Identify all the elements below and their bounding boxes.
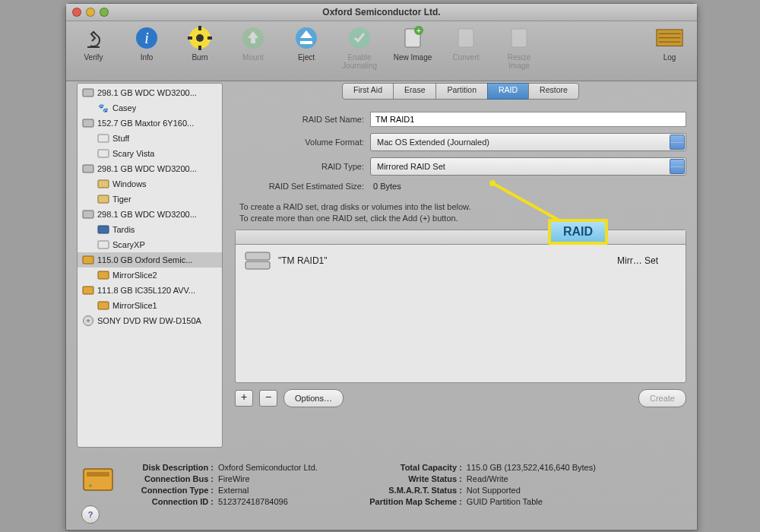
svg-rect-33 <box>98 302 109 309</box>
volume-icon <box>97 239 109 251</box>
convert-icon <box>452 24 480 52</box>
drive-icon <box>82 254 94 266</box>
raid-type-field: RAID Type: Mirrored RAID Set <box>235 157 686 176</box>
sidebar-volume[interactable]: Tiger <box>78 192 222 207</box>
toolbar-verify-button[interactable]: Verify <box>72 24 115 62</box>
toolbar-new-image-button[interactable]: + New Image <box>391 24 434 62</box>
toolbar-info-button[interactable]: i Info <box>125 24 168 62</box>
toolbar: Verify i Info Burn Mount Eject Enable Jo… <box>66 21 697 81</box>
svg-point-3 <box>196 34 204 42</box>
volume-icon <box>97 223 109 236</box>
toolbar-log-button[interactable]: Log <box>648 24 691 62</box>
svg-rect-31 <box>98 271 109 279</box>
info-footer: Disk Description :Oxford Semiconductor L… <box>77 458 686 522</box>
microscope-icon <box>80 24 107 52</box>
field-label: Volume Format: <box>235 138 370 147</box>
tab-restore[interactable]: Restore <box>528 83 579 100</box>
burn-icon <box>186 24 214 52</box>
svg-point-35 <box>87 319 90 322</box>
sidebar-volume[interactable]: 🐾Casey <box>78 100 222 116</box>
sidebar-drive[interactable]: 152.7 GB Maxtor 6Y160... <box>78 116 222 131</box>
optical-drive-icon <box>82 315 94 327</box>
help-button[interactable]: ? <box>81 505 100 524</box>
sidebar-volume[interactable]: ScaryXP <box>78 237 222 252</box>
field-label: RAID Type: <box>235 162 370 171</box>
window-title: Oxford Semiconductor Ltd. <box>66 7 697 17</box>
volume-icon <box>97 147 109 160</box>
volume-format-select[interactable]: Mac OS Extended (Journaled) <box>370 133 686 151</box>
stepper-icon <box>670 135 685 150</box>
toolbar-resize-image-button[interactable]: Resize Image <box>498 24 540 70</box>
raid-set-name-input[interactable] <box>370 112 686 127</box>
tab-bar: First Aid Erase Partition RAID Restore <box>235 83 686 100</box>
sidebar-volume[interactable]: MirrorSlice2 <box>78 268 222 283</box>
sidebar-drive[interactable]: 298.1 GB WDC WD3200... <box>78 85 222 100</box>
toolbar-mount-button[interactable]: Mount <box>232 24 274 62</box>
sidebar-drive[interactable]: 298.1 GB WDC WD3200... <box>78 161 222 176</box>
remove-raid-button[interactable]: − <box>259 390 277 407</box>
sidebar-drive-selected[interactable]: 115.0 GB Oxford Semic... <box>78 252 222 268</box>
raid-member-kind: Mirr… Set <box>617 255 676 266</box>
sidebar-volume[interactable]: Windows <box>78 176 222 192</box>
mount-icon <box>239 24 267 52</box>
svg-text:i: i <box>144 30 149 46</box>
drive-icon <box>82 163 94 175</box>
svg-rect-15 <box>511 29 527 47</box>
raid-member-row[interactable]: "TM RAID1" Mirr… Set <box>236 245 686 277</box>
raid-type-select[interactable]: Mirrored RAID Set <box>370 157 686 176</box>
field-label: RAID Set Estimated Size: <box>235 182 370 191</box>
detail-panel: First Aid Erase Partition RAID Restore R… <box>235 83 686 448</box>
raid-members-list[interactable]: "TM RAID1" Mirr… Set <box>235 230 686 383</box>
volume-icon <box>97 299 109 312</box>
raid-set-icon <box>245 249 271 272</box>
add-raid-button[interactable]: + <box>235 390 253 407</box>
svg-rect-23 <box>98 150 109 157</box>
svg-rect-24 <box>83 165 93 173</box>
svg-rect-39 <box>87 472 109 477</box>
sidebar-volume[interactable]: Scary Vista <box>78 146 222 161</box>
content-split: 298.1 GB WDC WD3200... 🐾Casey 152.7 GB M… <box>77 83 686 448</box>
sidebar-volume[interactable]: Stuff <box>78 131 222 146</box>
selected-disk-icon <box>81 463 115 496</box>
drive-icon <box>82 117 94 129</box>
tab-raid[interactable]: RAID <box>487 83 529 100</box>
svg-text:+: + <box>416 27 421 35</box>
sidebar-volume[interactable]: MirrorSlice1 <box>78 298 222 313</box>
disk-utility-window: Oxford Semiconductor Ltd. Verify i Info … <box>65 3 698 530</box>
raid-estimated-size-row: RAID Set Estimated Size: 0 Bytes <box>235 182 686 191</box>
options-button[interactable]: Options… <box>283 389 344 407</box>
sidebar-optical[interactable]: SONY DVD RW DW-D150A <box>78 313 222 328</box>
svg-rect-25 <box>98 180 109 188</box>
field-label: RAID Set Name: <box>235 115 370 124</box>
list-header <box>236 230 686 245</box>
tab-first-aid[interactable]: First Aid <box>342 83 394 100</box>
svg-rect-14 <box>458 29 473 47</box>
tab-partition[interactable]: Partition <box>435 83 488 100</box>
toolbar-convert-button[interactable]: Convert <box>445 24 487 62</box>
instructions-text: To create a RAID set, drag disks or volu… <box>239 201 686 225</box>
volume-icon <box>97 178 109 190</box>
svg-point-40 <box>89 484 92 487</box>
svg-rect-20 <box>83 89 93 97</box>
raid-estimated-size-value: 0 Bytes <box>370 182 401 191</box>
volume-format-field: Volume Format: Mac OS Extended (Journale… <box>235 133 686 151</box>
sidebar-volume[interactable]: Tardis <box>78 222 222 237</box>
svg-rect-27 <box>83 211 93 218</box>
svg-rect-28 <box>98 226 109 233</box>
toolbar-burn-button[interactable]: Burn <box>179 24 221 62</box>
toolbar-eject-button[interactable]: Eject <box>285 24 328 62</box>
volume-icon <box>97 132 109 144</box>
svg-rect-22 <box>98 135 109 142</box>
raid-member-name: "TM RAID1" <box>278 255 610 266</box>
toolbar-enable-journaling-button[interactable]: Enable Journaling <box>338 24 381 70</box>
sidebar-drive[interactable]: 298.1 GB WDC WD3200... <box>78 207 222 222</box>
log-icon <box>656 24 683 52</box>
disk-list-sidebar[interactable]: 298.1 GB WDC WD3200... 🐾Casey 152.7 GB M… <box>77 83 223 448</box>
svg-rect-36 <box>245 252 270 260</box>
tab-erase[interactable]: Erase <box>393 83 436 100</box>
create-button[interactable]: Create <box>638 389 686 407</box>
sidebar-drive[interactable]: 111.8 GB IC35L120 AVV... <box>78 283 222 298</box>
svg-rect-32 <box>83 287 93 294</box>
titlebar: Oxford Semiconductor Ltd. <box>66 4 697 21</box>
eject-icon <box>293 24 320 52</box>
